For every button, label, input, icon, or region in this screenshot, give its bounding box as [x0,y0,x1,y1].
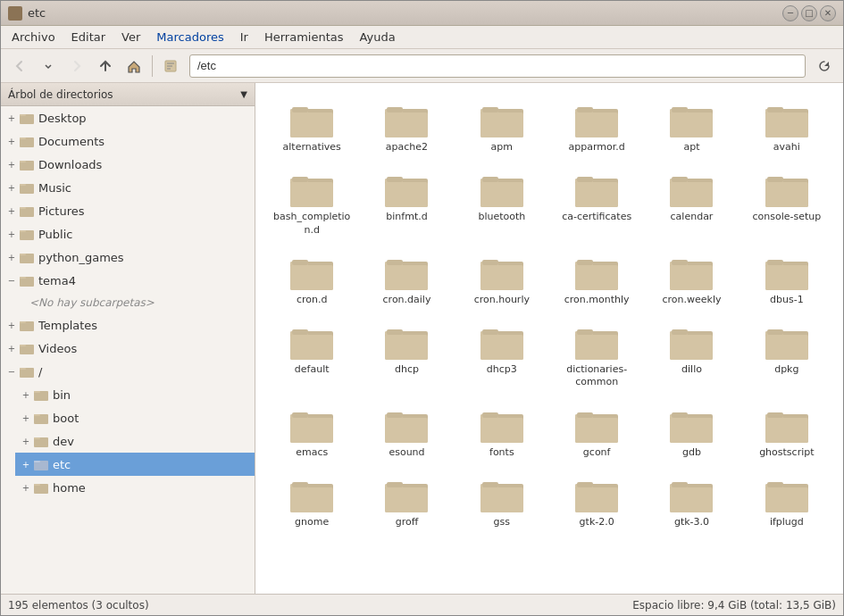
expander-dev[interactable]: + [19,434,33,448]
expander-boot[interactable]: + [19,411,33,425]
expander-public[interactable]: + [4,227,19,241]
file-item[interactable]: gnome [266,469,357,535]
menu-archivo[interactable]: Archivo [4,29,63,46]
sidebar-collapse-icon[interactable]: ▼ [240,89,247,99]
expander-downloads[interactable]: + [4,157,19,171]
file-item[interactable]: apm [456,94,547,160]
sidebar-item-pictures[interactable]: + Pictures [1,199,255,222]
file-item[interactable]: ifplugd [741,469,832,535]
expander-music[interactable]: + [4,180,19,195]
file-item[interactable]: ghostscript [741,399,832,465]
sidebar-item-videos[interactable]: + Videos [1,337,255,360]
file-item[interactable]: dhcp3 [456,316,547,395]
file-item[interactable]: dhcp [361,316,452,395]
file-item[interactable]: alternatives [266,94,357,160]
file-item[interactable]: apparmor.d [551,94,642,160]
expander-desktop[interactable]: + [4,111,19,125]
menu-marcadores[interactable]: Marcadores [149,29,230,46]
maximize-button[interactable]: □ [801,5,817,21]
svg-rect-175 [765,487,808,512]
file-item[interactable]: ca-certificates [551,163,642,243]
svg-rect-171 [670,487,713,512]
expander-home[interactable]: + [19,480,33,495]
sidebar-item-downloads[interactable]: + Downloads [1,153,255,176]
sidebar-item-documents[interactable]: + Documents [1,129,255,153]
sidebar-scroll[interactable]: + Desktop + Documents + [1,106,255,594]
file-item[interactable]: apt [646,94,737,160]
svg-rect-116 [482,329,498,335]
svg-rect-4 [20,137,26,139]
home-button[interactable] [121,53,147,79]
bookmarks-button[interactable] [157,53,184,79]
file-item[interactable]: calendar [646,163,737,243]
folder-icon-home [33,480,49,495]
sidebar-item-public[interactable]: + Public [1,222,255,246]
file-item[interactable]: dictionaries-common [551,316,642,395]
file-item[interactable]: cron.hourly [456,246,547,312]
menu-ir[interactable]: Ir [233,29,255,46]
sidebar-item-templates[interactable]: + Templates [1,313,255,337]
sidebar-item-desktop[interactable]: + Desktop [1,106,255,129]
back-button[interactable] [6,53,33,79]
expander-tema4[interactable]: − [4,273,19,287]
menu-ayuda[interactable]: Ayuda [353,29,403,46]
menu-ver[interactable]: Ver [114,29,147,46]
refresh-button[interactable] [811,53,838,79]
expander-templates[interactable]: + [4,318,19,332]
file-item[interactable]: avahi [741,94,832,160]
file-item[interactable]: esound [361,399,452,465]
file-label-fonts: fonts [489,446,514,459]
sidebar-item-music[interactable]: + Music [1,176,255,199]
file-label-cron.d: cron.d [297,294,328,306]
file-item[interactable]: cron.d [266,246,357,312]
sidebar-item-etc[interactable]: + etc [15,453,255,476]
file-item[interactable]: dillo [646,316,737,395]
sidebar-item-boot[interactable]: + boot [15,406,255,429]
expander-root[interactable]: − [4,364,19,379]
expander-etc[interactable]: + [19,457,33,471]
svg-rect-159 [385,487,428,512]
expander-bin[interactable]: + [19,387,33,402]
svg-rect-127 [765,335,808,360]
close-button[interactable]: ✕ [820,5,836,21]
file-item[interactable]: emacs [266,399,357,465]
file-item[interactable]: cron.weekly [646,246,737,312]
file-item[interactable]: apache2 [361,94,452,160]
file-item[interactable]: binfmt.d [361,163,452,243]
file-item[interactable]: dbus-1 [741,246,832,312]
sidebar-item-root[interactable]: − / [1,360,255,383]
file-item[interactable]: gtk-3.0 [646,469,737,535]
expander-pictures[interactable]: + [4,204,19,218]
menu-editar[interactable]: Editar [64,29,113,46]
file-item[interactable]: bash_completion.d [266,163,357,243]
file-item[interactable]: fonts [456,399,547,465]
file-item[interactable]: gdb [646,399,737,465]
file-item[interactable]: gtk-2.0 [551,469,642,535]
file-item[interactable]: cron.monthly [551,246,642,312]
file-item[interactable]: groff [361,469,452,535]
file-item[interactable]: gconf [551,399,642,465]
expander-videos[interactable]: + [4,341,19,355]
file-item[interactable]: console-setup [741,163,832,243]
file-area: alternatives apache2 apm apparmor.d apt [255,83,843,594]
sidebar-item-home[interactable]: + home [15,476,255,499]
file-item[interactable]: gss [456,469,547,535]
forward-button[interactable] [63,53,90,79]
folder-icon-etc [33,457,49,471]
svg-rect-63 [385,182,428,207]
menu-herramientas[interactable]: Herramientas [257,29,351,46]
file-item[interactable]: bluetooth [456,163,547,243]
sidebar-item-dev[interactable]: + dev [15,429,255,453]
minimize-button[interactable]: ─ [782,5,798,21]
expander-python-games[interactable]: + [4,250,19,264]
sidebar-item-python-games[interactable]: + python_games [1,246,255,269]
sidebar-item-bin[interactable]: + bin [15,383,255,406]
address-bar[interactable] [189,54,806,78]
back-dropdown-button[interactable] [35,53,62,79]
file-item[interactable]: dpkg [741,316,832,395]
file-item[interactable]: default [266,316,357,395]
sidebar-item-tema4[interactable]: − tema4 [1,269,255,292]
file-item[interactable]: cron.daily [361,246,452,312]
up-button[interactable] [92,53,119,79]
expander-documents[interactable]: + [4,134,19,148]
